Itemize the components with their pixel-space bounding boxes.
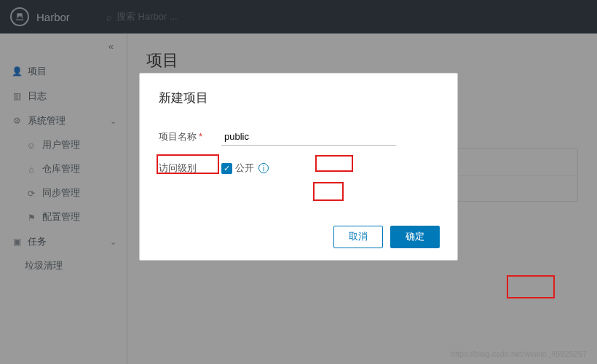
modal-title: 新建项目 <box>159 90 440 106</box>
cancel-button[interactable]: 取消 <box>333 226 383 248</box>
public-checkbox-label: 公开 <box>235 162 254 175</box>
project-name-input[interactable] <box>221 128 396 146</box>
info-icon[interactable]: i <box>258 163 269 173</box>
source-credit: https://blog.csdn.net/weixin_45925257 <box>451 349 587 358</box>
modal-overlay: 新建项目 项目名称* 访问级别 ✓ 公开 i 取消 确定 <box>0 0 597 364</box>
access-label: 访问级别 <box>159 162 221 175</box>
new-project-dialog: 新建项目 项目名称* 访问级别 ✓ 公开 i 取消 确定 <box>139 73 458 261</box>
public-checkbox[interactable]: ✓ <box>221 163 232 174</box>
confirm-button[interactable]: 确定 <box>390 226 440 248</box>
name-label: 项目名称* <box>159 130 221 143</box>
